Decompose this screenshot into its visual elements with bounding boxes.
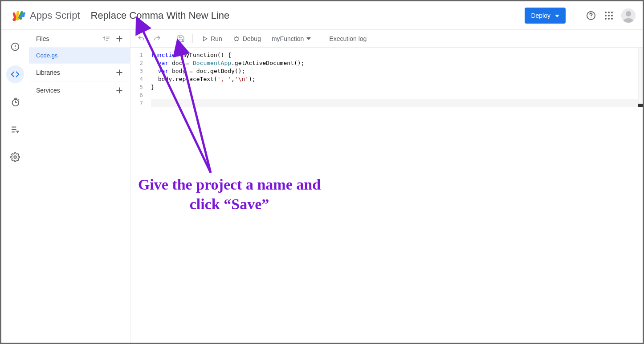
services-header: Services — [29, 81, 130, 99]
services-label: Services — [36, 87, 60, 94]
svg-point-20 — [626, 11, 631, 16]
add-library-icon[interactable] — [113, 66, 126, 79]
line-gutter: 1234567 — [130, 48, 151, 343]
deploy-button[interactable]: Deploy — [525, 8, 566, 24]
svg-point-18 — [611, 18, 613, 20]
sort-icon[interactable] — [101, 32, 113, 45]
svg-point-32 — [14, 156, 16, 158]
code-editor[interactable]: 1234567 function myFunction() { var doc … — [130, 48, 643, 343]
libraries-header: Libraries — [29, 64, 130, 81]
executions-icon[interactable] — [6, 121, 24, 138]
execution-log-button[interactable]: Execution log — [325, 32, 371, 46]
svg-line-42 — [234, 37, 235, 38]
editor-icon[interactable] — [6, 65, 24, 83]
project-title[interactable]: Replace Comma With New Line — [91, 10, 230, 21]
run-button[interactable]: Run — [197, 32, 227, 46]
function-selector-label: myFunction — [272, 35, 304, 42]
add-service-icon[interactable] — [113, 84, 126, 97]
svg-point-14 — [608, 15, 610, 16]
files-header: Files — [29, 30, 130, 48]
minimap[interactable] — [638, 48, 643, 105]
apps-script-logo — [10, 8, 26, 24]
apps-grid-icon[interactable] — [600, 7, 618, 24]
svg-line-46 — [235, 40, 236, 41]
svg-point-16 — [605, 18, 607, 20]
svg-line-47 — [237, 40, 238, 41]
debug-button[interactable]: Debug — [228, 32, 265, 46]
divider — [574, 9, 574, 22]
svg-point-13 — [605, 15, 607, 16]
file-item[interactable]: Code.gs — [29, 48, 130, 64]
svg-point-9 — [591, 17, 591, 18]
svg-line-28 — [18, 100, 19, 101]
left-rail — [1, 30, 29, 343]
header: Apps Script Replace Comma With New Line … — [1, 1, 643, 30]
deploy-button-label: Deploy — [531, 12, 550, 19]
save-button[interactable] — [174, 32, 188, 46]
svg-point-17 — [608, 18, 610, 20]
triggers-icon[interactable] — [6, 93, 24, 111]
code-body[interactable]: function myFunction() { var doc = Docume… — [151, 48, 643, 343]
svg-point-11 — [608, 12, 610, 13]
svg-marker-39 — [204, 36, 207, 40]
function-selector[interactable]: myFunction — [267, 32, 315, 46]
caret-down-icon — [306, 37, 311, 40]
overview-icon[interactable] — [6, 38, 24, 56]
side-panel: Files Code.gs Libraries Services — [29, 30, 130, 343]
redo-button[interactable] — [150, 32, 164, 46]
svg-point-15 — [611, 15, 613, 16]
settings-icon[interactable] — [6, 148, 24, 166]
svg-point-12 — [611, 12, 613, 13]
svg-line-43 — [237, 37, 238, 38]
execution-log-label: Execution log — [329, 35, 367, 42]
editor-toolbar: Run Debug myFunction Execution log — [130, 30, 643, 48]
svg-point-23 — [15, 48, 16, 49]
libraries-label: Libraries — [36, 69, 60, 76]
avatar[interactable] — [621, 8, 636, 23]
editor-area: Run Debug myFunction Execution log 12345… — [130, 30, 643, 343]
files-label: Files — [36, 35, 49, 42]
debug-label: Debug — [243, 35, 261, 42]
svg-point-10 — [605, 12, 607, 13]
caret-down-icon — [555, 15, 559, 17]
run-label: Run — [211, 35, 222, 42]
undo-button[interactable] — [134, 32, 148, 46]
app-name: Apps Script — [30, 10, 80, 21]
add-file-icon[interactable] — [113, 32, 126, 45]
help-icon[interactable] — [582, 7, 600, 24]
file-name: Code.gs — [36, 52, 57, 59]
